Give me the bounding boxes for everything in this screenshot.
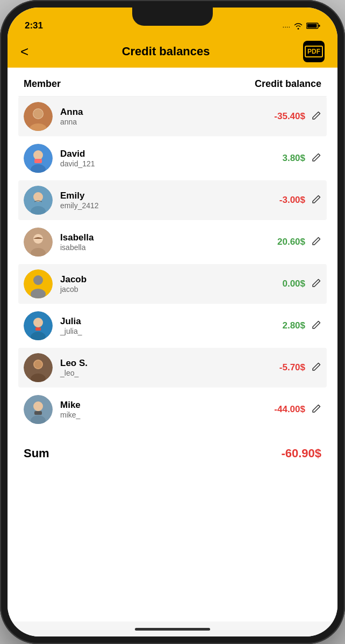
member-username: emily_2412: [60, 201, 279, 210]
member-row: Anna anna -35.40$: [18, 97, 327, 136]
member-avatar: [24, 353, 53, 382]
member-info: Isabella isabella: [60, 232, 277, 252]
battery-icon: [306, 22, 320, 31]
edit-button[interactable]: [312, 404, 321, 416]
member-avatar: [24, 395, 53, 424]
sum-value: -60.90$: [281, 447, 321, 460]
member-name: David: [60, 149, 282, 159]
member-row: Jacob jacob 0.00$: [18, 264, 327, 304]
phone-frame: 2:31 ····: [0, 0, 345, 644]
pdf-button[interactable]: PDF: [303, 41, 325, 62]
member-name: Jacob: [60, 274, 282, 285]
phone-screen: 2:31 ····: [8, 8, 337, 636]
content-area: Member Credit balance Anna anna -35.40$: [8, 68, 337, 621]
signal-icon: ····: [283, 23, 290, 31]
member-info: Julia _julia_: [60, 316, 282, 335]
member-row: Julia _julia_ 2.80$: [18, 306, 327, 346]
member-name: Anna: [60, 107, 274, 118]
svg-rect-1: [307, 24, 317, 28]
member-username: _leo_: [60, 369, 279, 377]
member-balance: 20.60$: [277, 237, 305, 247]
sum-label: Sum: [24, 447, 49, 460]
svg-rect-2: [319, 25, 320, 27]
member-avatar: [24, 228, 53, 257]
edit-button[interactable]: [312, 152, 321, 165]
member-name: Mike: [60, 400, 274, 411]
svg-point-27: [34, 361, 42, 368]
member-row: Isabella isabella 20.60$: [18, 222, 327, 262]
member-balance: -44.00$: [274, 404, 305, 415]
svg-rect-31: [34, 411, 42, 415]
member-info: Emily emily_2412: [60, 191, 279, 210]
svg-point-12: [33, 192, 43, 202]
status-icons: ····: [283, 22, 320, 31]
member-avatar: [24, 269, 53, 298]
member-row: David david_121 3.80$: [18, 138, 327, 178]
member-username: _julia_: [60, 327, 282, 335]
edit-button[interactable]: [312, 236, 321, 248]
member-info: Anna anna: [60, 107, 274, 126]
member-info: David david_121: [60, 149, 282, 168]
member-username: mike_: [60, 411, 274, 419]
table-header: Member Credit balance: [18, 68, 327, 97]
member-info: Leo S. _leo_: [60, 358, 279, 377]
member-row: Emily emily_2412 -3.00$: [18, 180, 327, 220]
member-name: Julia: [60, 316, 282, 327]
svg-point-18: [33, 275, 43, 285]
member-row: Leo S. _leo_ -5.70$: [18, 348, 327, 387]
edit-button[interactable]: [312, 194, 321, 207]
member-balance: 3.80$: [282, 153, 305, 164]
edit-button[interactable]: [312, 320, 321, 332]
col-member: Member: [24, 78, 61, 90]
edit-button[interactable]: [312, 278, 321, 290]
svg-point-29: [33, 401, 43, 411]
member-username: jacob: [60, 285, 282, 294]
member-username: isabella: [60, 243, 277, 252]
status-time: 2:31: [25, 20, 43, 31]
member-info: Jacob jacob: [60, 274, 282, 294]
member-avatar: [24, 144, 53, 173]
sum-row: Sum -60.90$: [18, 431, 327, 471]
member-balance: -5.70$: [279, 362, 305, 373]
member-username: anna: [60, 118, 274, 126]
header: < Credit balances PDF: [8, 35, 337, 68]
notch: [132, 8, 213, 26]
svg-point-8: [33, 150, 43, 160]
svg-rect-23: [35, 327, 41, 331]
member-username: david_121: [60, 159, 282, 168]
member-balance: -35.40$: [274, 111, 305, 122]
pdf-icon: PDF: [305, 46, 323, 57]
member-avatar: [24, 311, 53, 340]
member-balance: 2.80$: [282, 320, 305, 331]
wifi-icon: [293, 22, 303, 31]
member-name: Emily: [60, 191, 279, 201]
member-balance: 0.00$: [282, 279, 305, 289]
member-avatar: [24, 102, 53, 131]
home-bar: [135, 628, 210, 631]
member-name: Isabella: [60, 232, 277, 243]
member-balance: -3.00$: [279, 195, 305, 206]
member-avatar: [24, 186, 53, 215]
svg-rect-10: [34, 159, 42, 163]
col-balance: Credit balance: [255, 78, 321, 90]
svg-point-6: [33, 109, 43, 119]
member-row: Mike mike_ -44.00$: [18, 390, 327, 429]
back-button[interactable]: <: [20, 43, 28, 60]
member-list: Anna anna -35.40$ David david_121 3.80$: [18, 97, 327, 429]
edit-button[interactable]: [312, 111, 321, 123]
svg-point-21: [33, 318, 43, 327]
member-info: Mike mike_: [60, 400, 274, 419]
page-title: Credit balances: [122, 45, 210, 58]
member-name: Leo S.: [60, 358, 279, 369]
home-indicator: [8, 621, 337, 636]
edit-button[interactable]: [312, 362, 321, 374]
